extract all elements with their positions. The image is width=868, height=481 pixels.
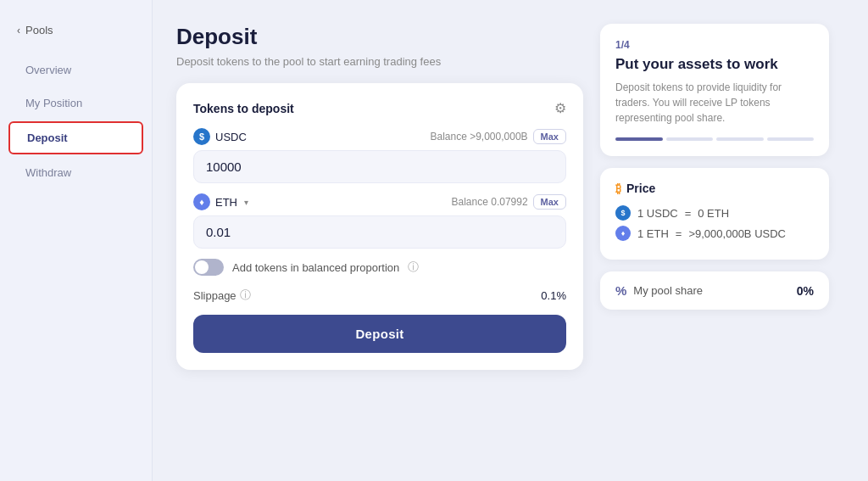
info-card-desc: Deposit tokens to provide liquidity for … <box>615 80 814 126</box>
info-card: 1/4 Put your assets to work Deposit toke… <box>600 24 829 156</box>
sidebar-item-deposit[interactable]: Deposit <box>8 121 143 154</box>
slippage-info-icon[interactable]: ⓘ <box>240 288 251 303</box>
eth-balance-row: Balance 0.07992 Max <box>452 194 566 210</box>
eth-max-button[interactable]: Max <box>533 194 566 210</box>
eth-token-row: ♦ ETH ▾ Balance 0.07992 Max <box>193 193 566 249</box>
slippage-text: Slippage <box>193 289 236 302</box>
tokens-to-deposit-label: Tokens to deposit <box>193 102 294 115</box>
eth-label: ♦ ETH ▾ <box>193 193 248 210</box>
pool-share-label: My pool share <box>633 284 703 297</box>
sidebar-item-withdraw[interactable]: Withdraw <box>8 158 143 187</box>
price-card: ₿ Price $ 1 USDC = 0 ETH ♦ 1 ETH = >9,00… <box>600 168 829 260</box>
deposit-button[interactable]: Deposit <box>193 315 566 353</box>
eth-info-row: ♦ ETH ▾ Balance 0.07992 Max <box>193 193 566 210</box>
sidebar-item-overview[interactable]: Overview <box>8 55 143 85</box>
eth-balance: Balance 0.07992 <box>452 196 528 208</box>
price-row-2: ♦ 1 ETH = >9,000,000B USDC <box>615 226 814 241</box>
bitcoin-icon: ₿ <box>615 182 621 195</box>
slippage-value: 0.1% <box>541 289 566 302</box>
main-content: Deposit Deposit tokens to the pool to st… <box>153 0 868 481</box>
usdc-label: $ USDC <box>193 128 247 145</box>
eth-price-icon: ♦ <box>615 226 631 241</box>
progress-step-1 <box>615 137 663 141</box>
usdc-info-row: $ USDC Balance >9,000,000B Max <box>193 128 566 145</box>
percent-icon: % <box>615 283 626 298</box>
deposit-card: Tokens to deposit ⚙ $ USDC Balance >9,00… <box>176 83 583 370</box>
eth-icon: ♦ <box>193 193 210 210</box>
usdc-balance-row: Balance >9,000,000B Max <box>430 129 566 144</box>
balanced-toggle[interactable] <box>193 259 224 276</box>
eth-name: ETH <box>215 196 237 209</box>
slippage-row: Slippage ⓘ 0.1% <box>193 288 566 303</box>
info-card-title: Put your assets to work <box>615 56 814 73</box>
usdc-icon: $ <box>193 128 210 145</box>
balanced-info-icon[interactable]: ⓘ <box>408 260 419 275</box>
usdc-input[interactable] <box>193 150 566 183</box>
deposit-section: Deposit Deposit tokens to the pool to st… <box>176 24 583 464</box>
sidebar-item-my-position[interactable]: My Position <box>8 88 143 118</box>
chevron-left-icon: ‹ <box>17 25 20 36</box>
sidebar-back-btn[interactable]: ‹ Pools <box>0 17 152 43</box>
eth-input[interactable] <box>193 215 566 249</box>
usdc-name: USDC <box>215 131 247 143</box>
balanced-toggle-row: Add tokens in balanced proportion ⓘ <box>193 259 566 276</box>
card-header: Tokens to deposit ⚙ <box>193 100 566 116</box>
settings-icon[interactable]: ⚙ <box>554 100 566 116</box>
sidebar-back-label: Pools <box>25 24 53 36</box>
usdc-max-button[interactable]: Max <box>533 129 566 144</box>
price-row-1: $ 1 USDC = 0 ETH <box>615 205 814 221</box>
usdc-balance: Balance >9,000,000B <box>430 131 527 143</box>
progress-bar <box>615 137 814 141</box>
page-title: Deposit <box>176 24 583 50</box>
right-panel: 1/4 Put your assets to work Deposit toke… <box>600 24 829 464</box>
usdc-token-row: $ USDC Balance >9,000,000B Max <box>193 128 566 183</box>
price-title: ₿ Price <box>615 182 814 195</box>
page-subtitle: Deposit tokens to the pool to start earn… <box>176 55 583 68</box>
pool-share-card: % My pool share 0% <box>600 271 829 310</box>
usdc-price-icon: $ <box>615 205 631 221</box>
pool-share-left: % My pool share <box>615 283 703 298</box>
pool-share-value: 0% <box>797 284 814 298</box>
progress-step-3 <box>716 137 764 141</box>
step-label: 1/4 <box>615 39 814 51</box>
progress-step-4 <box>767 137 815 141</box>
eth-dropdown-icon[interactable]: ▾ <box>244 198 248 207</box>
balanced-toggle-label: Add tokens in balanced proportion <box>232 261 399 274</box>
progress-step-2 <box>666 137 714 141</box>
sidebar: ‹ Pools Overview My Position Deposit Wit… <box>0 0 153 481</box>
slippage-label: Slippage ⓘ <box>193 288 251 303</box>
